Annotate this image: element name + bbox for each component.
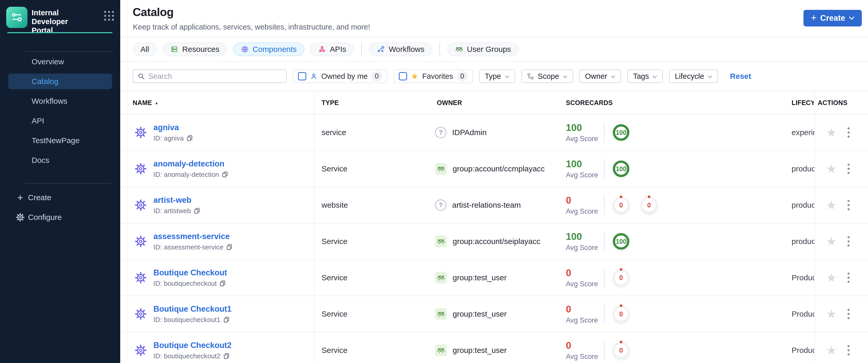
score-divider [604,340,604,360]
avg-score-value: 0 [566,340,604,351]
score-divider [604,231,604,251]
filter-scope[interactable]: Scope [521,69,573,83]
entity-name-link[interactable]: Boutique Checkout2 [153,341,231,350]
sidebar-item-api[interactable]: API [0,111,120,131]
favorite-star-icon[interactable]: ★ [826,236,837,247]
filter-type[interactable]: Type [479,69,515,83]
sidebar-item-testnewpage[interactable]: TestNewPage [0,131,120,150]
entity-owner: group:test_user [453,273,506,282]
owned-by-me-filter[interactable]: Owned by me 0 [293,69,388,83]
api-icon [318,45,326,53]
row-menu-kebab-icon[interactable] [846,235,850,248]
gear-icon [15,212,25,222]
favorites-filter[interactable]: ★ Favorites 0 [394,69,473,83]
entity-name-link[interactable]: artist-web [153,195,200,205]
scorecard-ring: 0 [613,342,629,359]
sidebar-item-docs[interactable]: Docs [0,150,120,170]
column-header-type: TYPE [321,91,339,114]
scorecard-ring: 100 [613,160,629,177]
copy-id-icon[interactable] [193,207,200,214]
tab-components[interactable]: Components [233,42,305,56]
copy-id-icon[interactable] [223,353,230,360]
table-row: artist-web ID: artistweb website ? artis… [120,187,868,223]
score-divider [604,122,604,143]
entity-name-link[interactable]: Boutique Checkout1 [153,304,231,314]
column-header-lifecycle: LIFECYCLE [792,91,814,114]
filterbar: Owned by me 0 ★ Favorites 0 Type ScopeOw… [120,62,868,91]
copy-id-icon[interactable] [186,135,193,142]
tab-all[interactable]: All [133,42,157,56]
table-row: agniva ID: agniva service ? IDPAdmin 100… [120,115,868,151]
sidebar-item-create[interactable]: + Create [0,188,120,207]
row-menu-kebab-icon[interactable] [846,344,850,357]
component-gear-icon [134,271,147,284]
reset-filters-link[interactable]: Reset [730,72,751,81]
favorite-star-icon[interactable]: ★ [826,126,837,139]
sidebar-item-overview[interactable]: Overview [0,52,120,71]
sidebar-item-catalog[interactable]: Catalog [0,71,120,91]
sidebar: Internal Developer Portal OverviewCatalo… [0,0,120,363]
favorite-star-icon[interactable]: ★ [826,199,837,211]
entity-name-link[interactable]: Boutique Checkout [153,268,227,277]
favorite-star-icon[interactable]: ★ [826,344,837,356]
app-title: Internal Developer Portal [32,8,91,35]
entity-name-link[interactable]: agniva [153,123,193,132]
apps-grid-icon[interactable] [104,11,114,21]
component-gear-icon [134,126,147,139]
entity-id: ID: artistweb [153,207,191,215]
create-button[interactable]: + Create [804,10,862,26]
tab-resources[interactable]: Resources [162,42,227,56]
sliders-icon [10,11,24,24]
copy-id-icon[interactable] [219,280,226,287]
avg-score-label: Avg Score [566,207,604,215]
filter-owner[interactable]: Owner [579,69,621,83]
column-header-scorecards: SCORECARDS [566,91,613,114]
users-icon [455,45,463,53]
entity-owner: group:test_user [453,346,506,355]
sidebar-item-workflows[interactable]: Workflows [0,91,120,111]
chevron-down-icon [611,75,615,78]
row-menu-kebab-icon[interactable] [846,126,850,139]
page-title: Catalog [133,6,174,19]
group-icon [435,272,447,284]
entity-owner: IDPAdmin [452,128,487,137]
entity-type: Service [321,223,347,259]
filter-tags[interactable]: Tags [627,69,663,83]
entity-type: Service [321,260,347,296]
tab-label: APIs [330,45,346,54]
search-box[interactable] [133,69,286,83]
owned-by-me-checkbox[interactable] [298,72,306,80]
column-divider [815,91,815,363]
row-menu-kebab-icon[interactable] [846,308,850,320]
copy-id-icon[interactable] [226,244,233,251]
sidebar-item-configure[interactable]: Configure [0,207,120,227]
favorites-checkbox[interactable] [399,72,407,80]
copy-id-icon[interactable] [221,171,228,178]
group-icon [435,308,447,320]
avg-score-label: Avg Score [566,135,604,143]
chevron-down-icon [505,75,509,78]
tab-apis[interactable]: APIs [310,42,354,56]
tab-workflows[interactable]: Workflows [369,42,432,56]
row-menu-kebab-icon[interactable] [846,162,850,175]
favorite-star-icon[interactable]: ★ [826,272,837,284]
copy-id-icon[interactable] [223,316,230,323]
score-divider [604,268,604,288]
entity-name-link[interactable]: assessment-service [153,232,233,241]
tab-divider [361,42,362,57]
row-menu-kebab-icon[interactable] [846,199,850,211]
entity-name-link[interactable]: anomaly-detection [153,159,228,169]
column-header-name[interactable]: NAME ▲ [133,91,159,114]
filter-lifecycle[interactable]: Lifecycle [669,69,718,83]
search-input[interactable] [148,72,282,81]
entity-id: ID: boutiquecheckout2 [153,352,220,360]
entity-lifecycle: Production [792,296,814,332]
component-gear-icon [134,162,147,175]
favorite-star-icon[interactable]: ★ [826,308,837,320]
tab-user-groups[interactable]: User Groups [447,42,519,56]
row-menu-kebab-icon[interactable] [846,271,850,284]
entity-id: ID: assessment-service [153,243,223,251]
avg-score-value: 100 [566,159,604,170]
favorites-count-badge: 0 [457,71,468,81]
favorite-star-icon[interactable]: ★ [826,163,837,175]
